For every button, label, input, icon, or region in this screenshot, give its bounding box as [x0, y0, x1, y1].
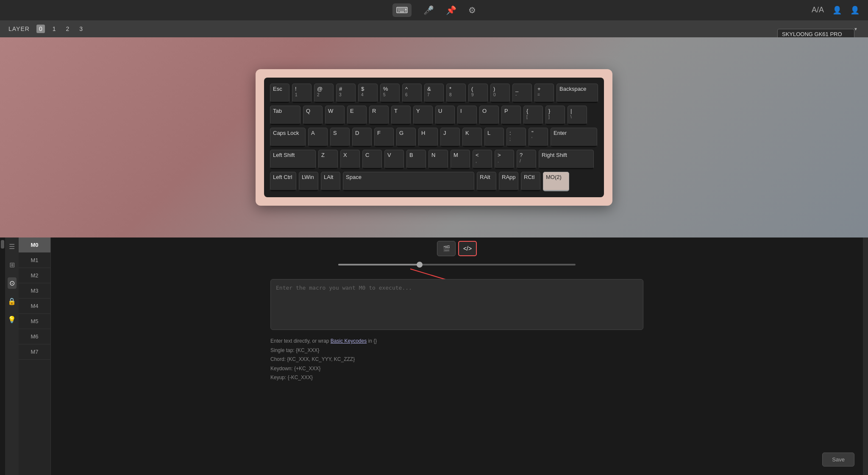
key-f[interactable]: F [374, 128, 394, 147]
key-caps-lock[interactable]: Caps Lock [270, 128, 306, 147]
key-equal[interactable]: += [534, 84, 554, 103]
key-r[interactable]: R [369, 106, 389, 125]
key-k[interactable]: K [462, 128, 482, 147]
key-w[interactable]: W [325, 106, 345, 125]
key-7[interactable]: &7 [424, 84, 444, 103]
key-row-1: Esc !1 @2 #3 $4 %5 ^6 &7 *8 (9 )0 _- += … [270, 84, 598, 103]
right-scrollbar[interactable] [863, 238, 868, 475]
user-icon-2[interactable]: 👤 [850, 6, 860, 15]
key-lwin[interactable]: LWin [299, 172, 318, 191]
macro-item-m7[interactable]: M7 [19, 344, 50, 360]
key-4[interactable]: $4 [358, 84, 378, 103]
layer-3[interactable]: 3 [77, 25, 85, 33]
sidebar-icon-list[interactable]: ☰ [7, 241, 17, 252]
macro-item-m1[interactable]: M1 [19, 253, 50, 268]
key-g[interactable]: G [396, 128, 416, 147]
help-text: Enter text directly, or wrap Basic Keyco… [270, 337, 643, 383]
key-ralt[interactable]: RAlt [477, 172, 496, 191]
key-u[interactable]: U [435, 106, 455, 125]
save-button[interactable]: Save [822, 453, 854, 467]
key-i[interactable]: I [457, 106, 477, 125]
key-a[interactable]: A [308, 128, 328, 147]
key-6[interactable]: ^6 [402, 84, 422, 103]
key-lbracket[interactable]: {[ [523, 106, 543, 125]
key-left-shift[interactable]: Left Shift [270, 150, 316, 169]
key-rapp[interactable]: RApp [499, 172, 518, 191]
key-3[interactable]: #3 [336, 84, 356, 103]
key-1[interactable]: !1 [292, 84, 312, 103]
key-rctl[interactable]: RCtl [521, 172, 540, 191]
key-rbracket[interactable]: }] [545, 106, 565, 125]
key-backslash[interactable]: |\ [568, 106, 587, 125]
key-e[interactable]: E [347, 106, 367, 125]
macro-item-m4[interactable]: M4 [19, 299, 50, 314]
key-p[interactable]: P [501, 106, 521, 125]
pin-icon[interactable]: 📌 [446, 5, 456, 15]
key-q[interactable]: Q [303, 106, 323, 125]
layer-0[interactable]: 0 [36, 25, 45, 33]
slider-fill [338, 264, 421, 265]
help-line-4: Keydown: {+KC_XXX} [270, 364, 643, 374]
key-t[interactable]: T [391, 106, 411, 125]
key-d[interactable]: D [352, 128, 372, 147]
sidebar-icon-light[interactable]: 💡 [6, 314, 18, 325]
key-l[interactable]: L [484, 128, 504, 147]
sidebar-icon-record[interactable]: ⊙ [8, 277, 17, 289]
tab-timeline[interactable]: 🎬 [437, 241, 456, 256]
key-v[interactable]: V [384, 150, 404, 169]
sidebar-icon-lock[interactable]: 🔒 [6, 296, 18, 307]
key-9[interactable]: (9 [468, 84, 488, 103]
key-minus[interactable]: _- [512, 84, 532, 103]
layer-2[interactable]: 2 [63, 25, 72, 33]
macro-item-m5[interactable]: M5 [19, 314, 50, 329]
key-enter[interactable]: Enter [551, 128, 597, 147]
user-icon-1[interactable]: 👤 [832, 6, 842, 15]
key-semicolon[interactable]: :; [506, 128, 526, 147]
macro-item-m0[interactable]: M0 [19, 238, 50, 253]
key-8[interactable]: *8 [446, 84, 466, 103]
key-h[interactable]: H [418, 128, 438, 147]
key-space[interactable]: Space [343, 172, 474, 191]
key-slash[interactable]: ?/ [517, 150, 536, 169]
keyboard-container: Esc !1 @2 #3 $4 %5 ^6 &7 *8 (9 )0 _- += … [256, 69, 612, 206]
key-quote[interactable]: "' [529, 128, 548, 147]
tab-code[interactable]: </> [458, 241, 477, 256]
text-icon[interactable]: A/A [812, 6, 824, 15]
key-left-ctrl[interactable]: Left Ctrl [270, 172, 296, 191]
key-0[interactable]: )0 [490, 84, 510, 103]
macro-textarea[interactable] [270, 279, 643, 330]
settings-icon[interactable]: ⚙ [468, 5, 476, 15]
sidebar-icons: ☰ ⊞ ⊙ 🔒 💡 [5, 238, 19, 475]
layer-1[interactable]: 1 [50, 25, 58, 33]
key-x[interactable]: X [340, 150, 360, 169]
key-comma[interactable]: <, [473, 150, 492, 169]
keyboard-icon[interactable]: ⌨ [392, 3, 412, 17]
key-n[interactable]: N [428, 150, 448, 169]
key-mo2[interactable]: MO(2) [543, 172, 569, 191]
key-lalt[interactable]: LAlt [321, 172, 340, 191]
key-s[interactable]: S [330, 128, 350, 147]
key-m[interactable]: M [451, 150, 470, 169]
macro-item-m3[interactable]: M3 [19, 283, 50, 299]
key-j[interactable]: J [440, 128, 460, 147]
microphone-icon[interactable]: 🎤 [423, 5, 434, 15]
macro-item-m2[interactable]: M2 [19, 268, 50, 283]
key-right-shift[interactable]: Right Shift [539, 150, 594, 169]
key-5[interactable]: %5 [380, 84, 400, 103]
key-row-3: Caps Lock A S D F G H J K L :; "' Enter [270, 128, 598, 147]
key-o[interactable]: O [479, 106, 499, 125]
key-backspace[interactable]: Backspace [556, 84, 598, 103]
key-b[interactable]: B [406, 150, 426, 169]
sidebar-wrapper: ☰ ⊞ ⊙ 🔒 💡 M0 M1 M2 M3 M4 M5 M6 M7 [0, 238, 50, 475]
key-c[interactable]: C [362, 150, 382, 169]
key-2[interactable]: @2 [314, 84, 334, 103]
key-tab[interactable]: Tab [270, 106, 300, 125]
key-z[interactable]: Z [318, 150, 338, 169]
key-esc[interactable]: Esc [270, 84, 289, 103]
macro-item-m6[interactable]: M6 [19, 329, 50, 344]
sidebar-icon-grid[interactable]: ⊞ [8, 259, 17, 271]
key-y[interactable]: Y [413, 106, 433, 125]
basic-keycodes-link[interactable]: Basic Keycodes [331, 338, 367, 344]
key-period[interactable]: >. [495, 150, 514, 169]
slider-thumb[interactable] [417, 262, 423, 268]
